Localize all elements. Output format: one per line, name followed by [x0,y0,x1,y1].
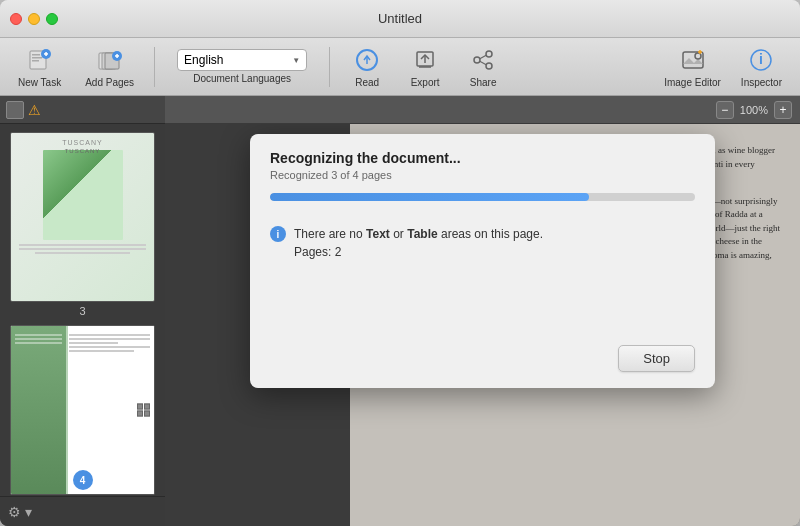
main-content: ⚠ TUSCANY [0,96,800,526]
modal-subtitle: Recognized 3 of 4 pages [270,169,695,181]
page-thumbnail-3: TUSCANY [10,132,155,302]
sidebar-toolbar: ⚠ [0,96,165,124]
new-task-button[interactable]: New Task [10,42,69,92]
info-text: There are no Text or Table areas on this… [294,225,543,261]
modal-footer: Stop [250,335,715,388]
page-thumbnail-4: 4 [10,325,155,495]
progress-bar-fill [270,193,589,201]
add-pages-label: Add Pages [85,77,134,88]
svg-point-18 [486,51,492,57]
inspector-svg: i [747,46,775,74]
modal-progress-area [250,185,715,215]
language-value: English [184,53,223,67]
modal-title: Recognizing the document... [270,150,695,166]
image-editor-label: Image Editor [664,77,721,88]
recognition-modal: Recognizing the document... Recognized 3… [250,134,715,388]
toolbar: New Task Add Pages English ▼ [0,38,800,96]
add-pages-svg [96,46,124,74]
read-svg [353,46,381,74]
content-area: − 100% + (called Sangiovese Grosso) is a… [165,96,800,526]
zoom-in-button[interactable]: + [774,101,792,119]
titlebar: Untitled [0,0,800,38]
page-number-3: 3 [79,305,85,317]
window-controls [10,13,58,25]
toolbar-sep-2 [329,47,330,87]
add-pages-button[interactable]: Add Pages [77,42,142,92]
language-selector: English ▼ Document Languages [177,49,307,84]
info-icon: i [270,226,286,242]
pages-list: TUSCANY 3 [0,124,165,496]
read-label: Read [355,77,379,88]
svg-point-19 [474,57,480,63]
thumbnail-view-icon[interactable] [6,101,24,119]
svg-rect-1 [32,54,40,56]
svg-text:i: i [759,51,763,67]
page-4-badge: 4 [73,470,93,490]
new-task-icon [26,46,54,74]
export-svg [411,46,439,74]
read-icon [353,46,381,74]
read-button[interactable]: Read [342,42,392,92]
modal-overlay: Recognizing the document... Recognized 3… [165,124,800,526]
export-label: Export [411,77,440,88]
share-icon [469,46,497,74]
language-dropdown[interactable]: English ▼ [177,49,307,71]
sidebar: ⚠ TUSCANY [0,96,165,526]
close-button[interactable] [10,13,22,25]
page-thumb-4[interactable]: 4 4 [6,325,159,496]
zoom-out-button[interactable]: − [716,101,734,119]
page-4-badge-number: 4 [80,475,86,486]
page-content-area: (called Sangiovese Grosso) is a variant … [165,124,800,526]
warning-icon: ⚠ [28,102,41,118]
content-toolbar: − 100% + [165,96,800,124]
thumb-4-inner [11,326,154,494]
svg-point-20 [486,63,492,69]
modal-header: Recognizing the document... Recognized 3… [250,134,715,185]
share-button[interactable]: Share [458,42,508,92]
maximize-button[interactable] [46,13,58,25]
gear-button[interactable]: ⚙ ▾ [8,504,32,520]
info-pages: Pages: 2 [294,245,341,259]
inspector-button[interactable]: i Inspector [733,42,790,92]
minimize-button[interactable] [28,13,40,25]
image-editor-button[interactable]: Image Editor [656,42,729,92]
zoom-controls: − 100% + [716,101,792,119]
language-chevron: ▼ [292,56,300,65]
stop-button[interactable]: Stop [618,345,695,372]
export-icon [411,46,439,74]
window-title: Untitled [378,11,422,26]
export-button[interactable]: Export [400,42,450,92]
add-pages-icon [96,46,124,74]
progress-bar-background [270,193,695,201]
toolbar-sep-1 [154,47,155,87]
new-task-svg [26,46,54,74]
svg-line-22 [480,61,486,64]
inspector-label: Inspector [741,77,782,88]
svg-rect-3 [32,60,39,62]
sidebar-bottom: ⚙ ▾ [0,496,165,526]
svg-line-21 [480,55,486,58]
modal-body: i There are no Text or Table areas on th… [250,215,715,335]
inspector-icon: i [747,46,775,74]
svg-rect-12 [116,54,118,58]
info-message: i There are no Text or Table areas on th… [270,225,695,261]
image-editor-icon [679,46,707,74]
zoom-value: 100% [740,104,768,116]
share-svg [469,46,497,74]
svg-rect-6 [45,52,47,56]
image-editor-svg [679,46,707,74]
new-task-label: New Task [18,77,61,88]
page-thumb-3[interactable]: TUSCANY 3 [6,132,159,317]
main-window: Untitled New Task [0,0,800,526]
document-languages-label: Document Languages [193,73,291,84]
share-label: Share [470,77,497,88]
toolbar-right: Image Editor i Inspector [656,42,790,92]
svg-rect-2 [32,57,42,59]
grid-overlay [137,404,150,417]
